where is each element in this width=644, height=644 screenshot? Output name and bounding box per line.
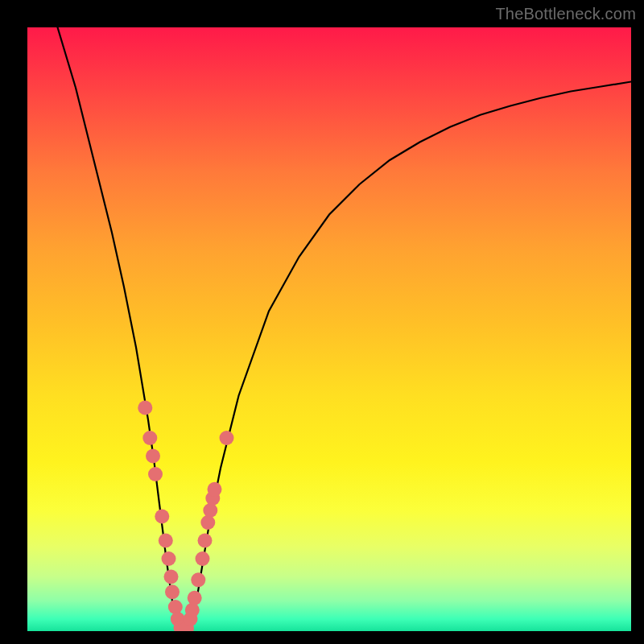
data-marker xyxy=(148,467,163,481)
data-marker xyxy=(159,534,173,548)
data-marker xyxy=(200,515,215,530)
curve-layer xyxy=(58,27,632,631)
data-marker xyxy=(142,431,157,445)
chart-plot-area xyxy=(27,27,631,631)
data-marker xyxy=(203,503,217,518)
data-marker xyxy=(208,482,222,497)
chart-frame: TheBottleneck.com xyxy=(0,0,644,644)
data-marker xyxy=(164,570,179,584)
data-marker xyxy=(155,510,169,524)
data-marker xyxy=(185,603,200,617)
data-marker xyxy=(196,551,210,566)
bottleneck-curve xyxy=(58,27,632,631)
data-marker xyxy=(191,572,205,587)
data-marker xyxy=(146,449,160,464)
markers-layer xyxy=(138,401,233,632)
chart-svg xyxy=(27,27,631,631)
watermark-text: TheBottleneck.com xyxy=(495,5,636,23)
data-marker xyxy=(188,591,202,605)
data-marker xyxy=(198,534,213,548)
data-marker xyxy=(162,551,176,566)
data-marker xyxy=(165,584,180,599)
data-marker xyxy=(138,401,152,415)
data-marker xyxy=(220,431,234,445)
data-marker xyxy=(168,600,183,614)
